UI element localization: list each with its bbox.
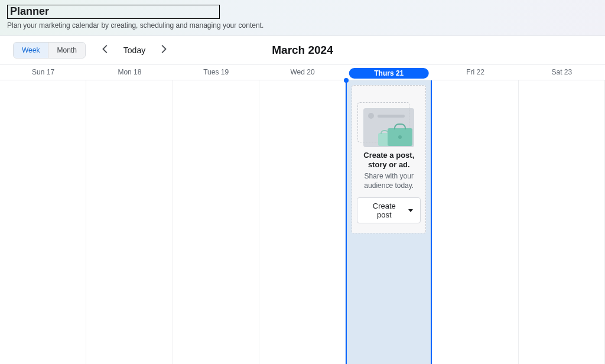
today-pill: Thurs 21: [349, 68, 429, 79]
create-card-subtitle: Share with your audience today.: [357, 172, 421, 190]
chevron-right-icon: [161, 45, 167, 55]
day-column-fri[interactable]: [432, 80, 518, 364]
next-week-button[interactable]: [157, 44, 170, 57]
day-header-thu[interactable]: Thurs 21: [346, 65, 432, 80]
week-grid: Create a post, story or ad. Share with y…: [0, 80, 605, 364]
calendar-panel: Week Month Today March 2024 Sun 17 Mon 1…: [0, 35, 605, 364]
day-column-sat[interactable]: [519, 80, 605, 364]
day-header-tue[interactable]: Tues 19: [173, 65, 259, 80]
day-column-mon[interactable]: [86, 80, 173, 364]
create-card-title: Create a post, story or ad.: [359, 151, 418, 170]
day-column-tue[interactable]: [173, 80, 259, 364]
date-nav-group: Today: [99, 44, 170, 57]
day-header-mon[interactable]: Mon 18: [86, 65, 173, 80]
day-header-label: Sun 17: [32, 68, 54, 76]
today-indicator-dot: [344, 78, 349, 83]
create-post-button[interactable]: Create post: [357, 197, 421, 223]
prev-week-button[interactable]: [99, 44, 112, 57]
page-title: Planner: [7, 5, 220, 19]
view-week-button[interactable]: Week: [14, 43, 48, 58]
view-toggle-group: Week Month: [13, 42, 86, 58]
create-card-illustration-icon: [357, 93, 421, 147]
page-header: Planner Plan your marketing calendar by …: [0, 0, 605, 35]
day-header-sun[interactable]: Sun 17: [0, 65, 86, 80]
calendar-toolbar: Week Month Today March 2024: [0, 36, 605, 65]
chevron-left-icon: [102, 45, 108, 55]
day-header-label: Tues 19: [203, 68, 229, 76]
page-subtitle: Plan your marketing calendar by creating…: [7, 21, 598, 30]
day-header-label: Wed 20: [290, 68, 314, 76]
day-column-thu-today[interactable]: Create a post, story or ad. Share with y…: [346, 80, 432, 364]
day-column-wed[interactable]: [259, 80, 346, 364]
day-header-fri[interactable]: Fri 22: [432, 65, 518, 80]
day-header-label: Sat 23: [552, 68, 573, 76]
day-header-label: Fri 22: [466, 68, 484, 76]
day-header-wed[interactable]: Wed 20: [259, 65, 346, 80]
today-button[interactable]: Today: [123, 46, 145, 55]
create-post-button-label: Create post: [365, 202, 404, 219]
weekday-header-row: Sun 17 Mon 18 Tues 19 Wed 20 Thurs 21 Fr…: [0, 65, 605, 80]
caret-down-icon: [408, 209, 413, 212]
view-month-button[interactable]: Month: [48, 43, 84, 58]
month-year-title: March 2024: [272, 44, 333, 57]
day-column-sun[interactable]: [0, 80, 86, 364]
day-header-label: Mon 18: [118, 68, 141, 76]
create-content-card: Create a post, story or ad. Share with y…: [352, 85, 426, 234]
day-header-sat[interactable]: Sat 23: [519, 65, 605, 80]
